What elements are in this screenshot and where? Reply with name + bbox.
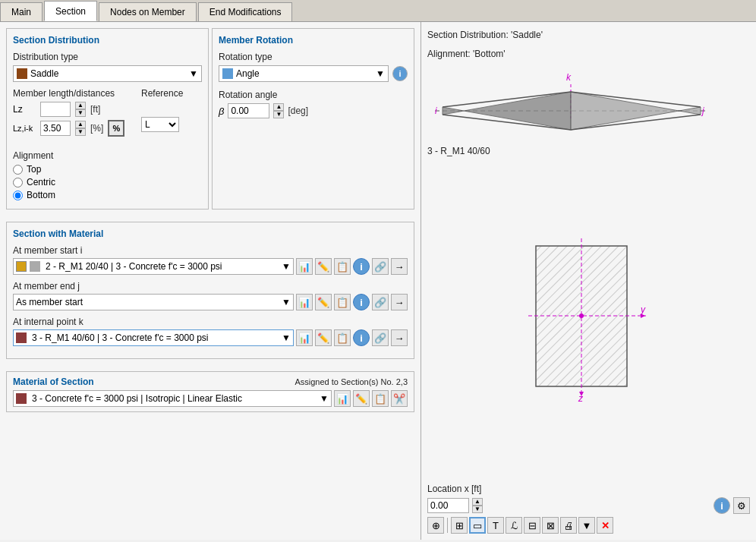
alignment-centric-label: Centric (27, 177, 55, 187)
tb-rect-icon[interactable]: ▭ (469, 517, 486, 534)
lz-spin-up[interactable]: ▲ (75, 102, 86, 109)
mos-chart-icon[interactable]: 📊 (334, 390, 351, 407)
reference-label: Reference (141, 88, 202, 99)
member-start-dropdown[interactable]: 2 - R_M1 20/40 | 3 - Concrete f'c = 3000… (13, 258, 294, 275)
mos-dropdown[interactable]: 3 - Concrete f'c = 3000 psi | Isotropic … (13, 390, 332, 407)
location-spinner[interactable]: ▲ ▼ (472, 498, 483, 513)
member-end-dropdown[interactable]: As member start ▼ (13, 294, 294, 310)
tb-close-icon[interactable]: ✕ (597, 517, 613, 534)
me-info-icon[interactable]: i (353, 294, 370, 310)
alignment-centric-radio[interactable] (13, 178, 23, 187)
reference-select[interactable]: L (141, 117, 179, 132)
internal-point-dropdown[interactable]: 3 - R_M1 40/60 | 3 - Concrete f'c = 3000… (13, 329, 294, 346)
beta-spinner[interactable]: ▲ ▼ (273, 103, 284, 118)
me-copy-icon[interactable]: 📋 (334, 294, 351, 310)
lzik-spinner[interactable]: ▲ ▼ (75, 121, 86, 136)
ms-info-icon[interactable]: i (353, 258, 370, 275)
rotation-type-value: Angle (236, 68, 260, 79)
ms-copy-icon[interactable]: 📋 (334, 258, 351, 275)
tb-more-icon[interactable]: ▼ (578, 517, 595, 534)
rotation-info-button[interactable]: i (392, 66, 408, 81)
member-length-label: Member length/distances (13, 88, 135, 99)
beta-input[interactable] (228, 103, 269, 118)
ms-arrow-icon[interactable]: → (391, 258, 408, 275)
dist-type-label: Distribution type (13, 52, 202, 62)
lz-input[interactable] (40, 102, 71, 117)
tab-end-modifications[interactable]: End Modifications (198, 2, 293, 21)
mos-swatch (16, 393, 27, 404)
tb-table2-icon[interactable]: ⊠ (542, 517, 559, 534)
loc-spin-up[interactable]: ▲ (472, 498, 483, 506)
section-name: 3 - R_M1 40/60 (427, 146, 750, 156)
lzik-spin-down[interactable]: ▼ (75, 128, 86, 136)
mos-value: 3 - Concrete f'c = 3000 psi | Isotropic … (32, 393, 242, 404)
tb-text-t-icon[interactable]: T (487, 517, 504, 534)
tb-table-icon[interactable]: ⊟ (524, 517, 540, 534)
svg-marker-6 (571, 92, 701, 130)
svg-text:k: k (566, 72, 572, 83)
ip-copy-icon[interactable]: 📋 (334, 329, 351, 346)
lz-unit: [ft] (90, 104, 100, 115)
bottom-toolbar: ⊕ ⊞ ▭ T ℒ ⊟ ⊠ 🖨 ▼ ✕ (427, 517, 750, 534)
ms-edit-icon[interactable]: ✏️ (315, 258, 332, 275)
alignment-top-radio[interactable] (13, 165, 23, 175)
ip-info-icon[interactable]: i (353, 329, 370, 346)
member-start-swatch1 (16, 261, 27, 272)
tab-end-mod-label: End Modifications (209, 7, 282, 17)
ms-link-icon[interactable]: 🔗 (372, 258, 389, 275)
tab-main-label: Main (11, 7, 31, 17)
rotation-angle-label: Rotation angle (219, 90, 408, 100)
me-link-icon[interactable]: 🔗 (372, 294, 389, 310)
lz-spin-down[interactable]: ▼ (75, 109, 86, 117)
tb-grid-icon[interactable]: ⊞ (451, 517, 468, 534)
saddle-diagram: i j k (427, 69, 750, 140)
ip-edit-icon[interactable]: ✏️ (315, 329, 332, 346)
mos-edit-icon[interactable]: ✏️ (353, 390, 370, 407)
section-distribution-title: Section Distribution (13, 35, 202, 46)
rotation-type-dropdown[interactable]: Angle ▼ (219, 65, 389, 82)
me-edit-icon[interactable]: ✏️ (315, 294, 332, 310)
beta-spin-up[interactable]: ▲ (273, 103, 284, 111)
beta-spin-down[interactable]: ▼ (273, 111, 284, 118)
tb-text-l-icon[interactable]: ℒ (506, 517, 522, 534)
alignment-bottom-radio[interactable] (13, 191, 23, 200)
tab-section-label: Section (55, 6, 86, 17)
tb-print-icon[interactable]: 🖨 (560, 517, 577, 534)
ip-chart-icon[interactable]: 📊 (296, 329, 313, 346)
internal-point-value: 3 - R_M1 40/60 | 3 - Concrete f'c = 3000… (32, 332, 209, 343)
right-info-btn[interactable]: i (713, 497, 730, 514)
tab-main[interactable]: Main (0, 2, 43, 21)
location-label: Location x [ft] (427, 484, 481, 494)
internal-point-swatch (16, 332, 27, 343)
distribution-type-dropdown[interactable]: Saddle ▼ (13, 65, 202, 82)
member-end-value: As member start (16, 297, 83, 307)
loc-spin-down[interactable]: ▼ (472, 506, 483, 513)
tb-sep1 (447, 518, 448, 533)
me-arrow-icon[interactable]: → (391, 294, 408, 310)
lzik-spin-up[interactable]: ▲ (75, 121, 86, 128)
location-input[interactable] (427, 498, 469, 513)
member-end-label: At member end j (13, 281, 408, 291)
tab-nodes-on-member[interactable]: Nodes on Member (99, 2, 197, 21)
ip-link-icon[interactable]: 🔗 (372, 329, 389, 346)
ip-chevron-icon: ▼ (282, 332, 291, 343)
lz-spinner[interactable]: ▲ ▼ (75, 102, 86, 117)
dist-type-value: Saddle (30, 68, 58, 79)
tb-add-icon[interactable]: ⊕ (427, 517, 444, 534)
percent-button[interactable]: % (108, 120, 124, 137)
right-settings-btn[interactable]: ⚙ (733, 497, 750, 514)
chevron-down-icon: ▼ (189, 68, 198, 79)
tab-section[interactable]: Section (44, 1, 97, 21)
rotation-chevron-icon: ▼ (376, 68, 385, 79)
lz-label: Lz (13, 104, 36, 115)
svg-point-15 (579, 314, 584, 318)
member-start-value: 2 - R_M1 20/40 | 3 - Concrete f'c = 3000… (46, 261, 222, 272)
ms-chart-icon[interactable]: 📊 (296, 258, 313, 275)
me-chart-icon[interactable]: 📊 (296, 294, 313, 310)
lzik-input[interactable] (40, 121, 71, 136)
mos-copy-icon[interactable]: 📋 (372, 390, 389, 407)
member-start-label: At member start i (13, 245, 408, 256)
mos-delete-icon[interactable]: ✂️ (391, 390, 408, 407)
svg-text:z: z (578, 393, 584, 404)
ip-arrow-icon[interactable]: → (391, 329, 408, 346)
